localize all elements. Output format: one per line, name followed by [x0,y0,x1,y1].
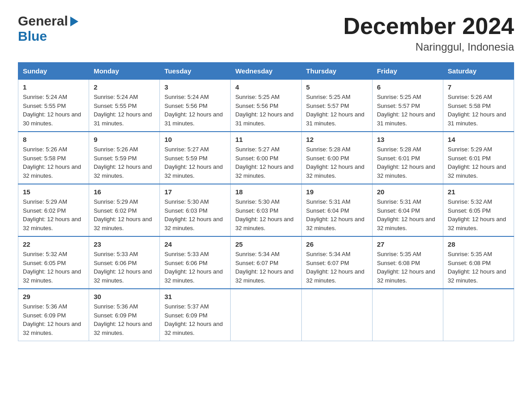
day-info: Sunrise: 5:27 AMSunset: 5:59 PMDaylight:… [164,145,226,180]
sunrise-text: Sunrise: 5:32 AM [448,197,509,206]
sunset-text: Sunset: 5:59 PM [164,154,226,163]
day-info: Sunrise: 5:34 AMSunset: 6:07 PMDaylight:… [306,250,368,285]
day-info: Sunrise: 5:29 AMSunset: 6:02 PMDaylight:… [23,197,84,232]
day-info: Sunrise: 5:25 AMSunset: 5:57 PMDaylight:… [306,93,368,128]
sunset-text: Sunset: 6:02 PM [94,206,155,215]
calendar-cell: 29Sunrise: 5:36 AMSunset: 6:09 PMDayligh… [18,289,89,341]
day-number: 2 [94,83,155,91]
calendar-cell: 27Sunrise: 5:35 AMSunset: 6:08 PMDayligh… [372,236,443,289]
day-number: 28 [448,240,509,248]
daylight-text: Daylight: 12 hours and 32 minutes. [164,163,226,180]
sunset-text: Sunset: 5:55 PM [23,102,84,111]
calendar-header-wednesday: Wednesday [231,63,301,80]
sunrise-text: Sunrise: 5:31 AM [377,197,438,206]
sunrise-text: Sunrise: 5:36 AM [23,302,84,311]
daylight-text: Daylight: 12 hours and 32 minutes. [164,267,226,285]
day-number: 9 [94,136,155,143]
calendar-cell: 19Sunrise: 5:31 AMSunset: 6:04 PMDayligh… [301,184,372,236]
calendar-cell [443,289,514,341]
daylight-text: Daylight: 12 hours and 32 minutes. [448,215,509,232]
calendar-cell: 20Sunrise: 5:31 AMSunset: 6:04 PMDayligh… [372,184,443,236]
sunrise-text: Sunrise: 5:31 AM [306,197,368,206]
sunrise-text: Sunrise: 5:25 AM [377,93,438,102]
sunrise-text: Sunrise: 5:24 AM [164,93,226,102]
sunset-text: Sunset: 6:05 PM [23,259,84,268]
sunrise-text: Sunrise: 5:30 AM [235,197,296,206]
calendar-cell: 18Sunrise: 5:30 AMSunset: 6:03 PMDayligh… [231,184,301,236]
sunrise-text: Sunrise: 5:29 AM [23,197,84,206]
day-info: Sunrise: 5:26 AMSunset: 5:58 PMDaylight:… [448,93,509,128]
calendar-cell: 31Sunrise: 5:37 AMSunset: 6:09 PMDayligh… [160,289,231,341]
day-number: 12 [306,136,368,143]
sunset-text: Sunset: 6:02 PM [23,206,84,215]
calendar-cell: 16Sunrise: 5:29 AMSunset: 6:02 PMDayligh… [89,184,160,236]
sunset-text: Sunset: 6:03 PM [164,206,226,215]
day-number: 10 [164,136,226,143]
calendar-cell: 3Sunrise: 5:24 AMSunset: 5:56 PMDaylight… [160,80,231,132]
logo-triangle-icon [70,17,78,26]
calendar-cell: 8Sunrise: 5:26 AMSunset: 5:58 PMDaylight… [18,132,89,184]
sunset-text: Sunset: 6:04 PM [377,206,438,215]
day-info: Sunrise: 5:36 AMSunset: 6:09 PMDaylight:… [94,302,155,337]
daylight-text: Daylight: 12 hours and 31 minutes. [235,110,296,128]
day-info: Sunrise: 5:34 AMSunset: 6:07 PMDaylight:… [235,250,296,285]
calendar-cell: 1Sunrise: 5:24 AMSunset: 5:55 PMDaylight… [18,80,89,132]
day-number: 5 [306,83,368,91]
sunset-text: Sunset: 6:09 PM [23,311,84,320]
calendar-header-tuesday: Tuesday [160,63,231,80]
day-number: 25 [235,240,296,248]
sunrise-text: Sunrise: 5:36 AM [94,302,155,311]
sunset-text: Sunset: 6:07 PM [306,259,368,268]
day-number: 30 [94,293,155,300]
daylight-text: Daylight: 12 hours and 31 minutes. [94,110,155,128]
day-number: 14 [448,136,509,143]
calendar-cell: 28Sunrise: 5:35 AMSunset: 6:08 PMDayligh… [443,236,514,289]
sunset-text: Sunset: 6:08 PM [448,259,509,268]
day-number: 23 [94,240,155,248]
day-info: Sunrise: 5:29 AMSunset: 6:01 PMDaylight:… [448,145,509,180]
sunset-text: Sunset: 5:55 PM [94,102,155,111]
sunset-text: Sunset: 5:59 PM [94,154,155,163]
daylight-text: Daylight: 12 hours and 32 minutes. [235,267,296,285]
daylight-text: Daylight: 12 hours and 32 minutes. [94,163,155,180]
sunrise-text: Sunrise: 5:28 AM [306,145,368,154]
calendar-cell: 7Sunrise: 5:26 AMSunset: 5:58 PMDaylight… [443,80,514,132]
title-section: December 2024 Naringgul, Indonesia [343,13,514,53]
sunset-text: Sunset: 5:56 PM [164,102,226,111]
calendar-cell: 11Sunrise: 5:27 AMSunset: 6:00 PMDayligh… [231,132,301,184]
sunrise-text: Sunrise: 5:29 AM [94,197,155,206]
sunrise-text: Sunrise: 5:27 AM [235,145,296,154]
calendar-title: December 2024 [343,13,514,39]
sunrise-text: Sunrise: 5:24 AM [94,93,155,102]
sunset-text: Sunset: 6:06 PM [164,259,226,268]
day-info: Sunrise: 5:24 AMSunset: 5:55 PMDaylight:… [94,93,155,128]
sunrise-text: Sunrise: 5:37 AM [164,302,226,311]
sunset-text: Sunset: 6:04 PM [306,206,368,215]
day-info: Sunrise: 5:30 AMSunset: 6:03 PMDaylight:… [235,197,296,232]
sunset-text: Sunset: 6:05 PM [448,206,509,215]
daylight-text: Daylight: 12 hours and 32 minutes. [23,163,84,180]
daylight-text: Daylight: 12 hours and 32 minutes. [23,320,84,337]
calendar-cell: 25Sunrise: 5:34 AMSunset: 6:07 PMDayligh… [231,236,301,289]
day-number: 22 [23,240,84,248]
calendar-subtitle: Naringgul, Indonesia [343,41,514,53]
sunrise-text: Sunrise: 5:26 AM [448,93,509,102]
sunset-text: Sunset: 6:01 PM [448,154,509,163]
calendar-cell: 24Sunrise: 5:33 AMSunset: 6:06 PMDayligh… [160,236,231,289]
daylight-text: Daylight: 12 hours and 32 minutes. [164,320,226,337]
day-info: Sunrise: 5:37 AMSunset: 6:09 PMDaylight:… [164,302,226,337]
day-info: Sunrise: 5:27 AMSunset: 6:00 PMDaylight:… [235,145,296,180]
calendar-header-monday: Monday [89,63,160,80]
calendar-cell [231,289,301,341]
daylight-text: Daylight: 12 hours and 30 minutes. [23,110,84,128]
day-number: 15 [23,188,84,196]
daylight-text: Daylight: 12 hours and 31 minutes. [448,110,509,128]
calendar-cell: 23Sunrise: 5:33 AMSunset: 6:06 PMDayligh… [89,236,160,289]
calendar-week-row: 15Sunrise: 5:29 AMSunset: 6:02 PMDayligh… [18,184,514,236]
sunrise-text: Sunrise: 5:34 AM [306,250,368,259]
sunrise-text: Sunrise: 5:24 AM [23,93,84,102]
calendar-cell: 10Sunrise: 5:27 AMSunset: 5:59 PMDayligh… [160,132,231,184]
calendar-cell: 5Sunrise: 5:25 AMSunset: 5:57 PMDaylight… [301,80,372,132]
calendar-header-row: SundayMondayTuesdayWednesdayThursdayFrid… [18,63,514,80]
day-info: Sunrise: 5:24 AMSunset: 5:56 PMDaylight:… [164,93,226,128]
